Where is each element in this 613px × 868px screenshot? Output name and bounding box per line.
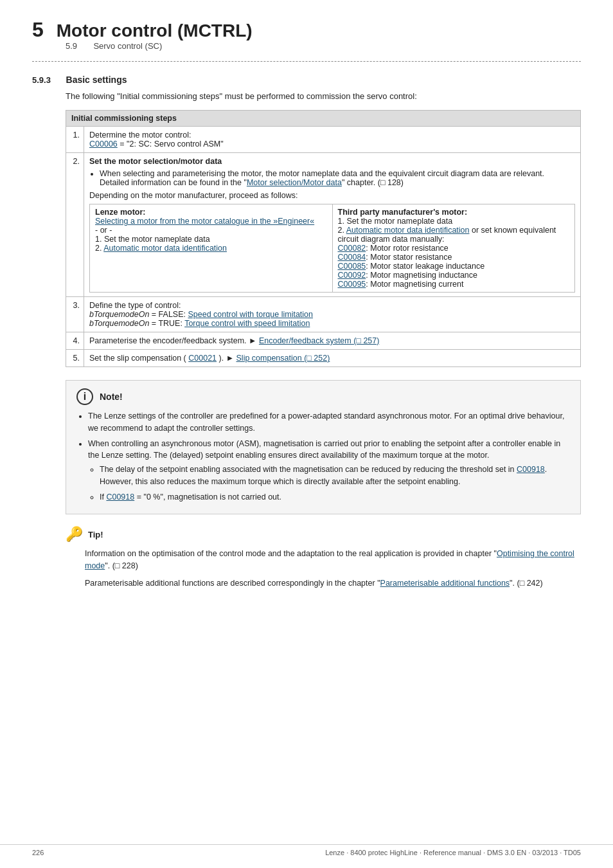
- encoder-feedback-link[interactable]: Encoder/feedback system (□ 257): [259, 336, 380, 345]
- additional-functions-link[interactable]: Parameterisable additional functions: [380, 579, 510, 588]
- commissioning-table: Initial commissioning steps 1. Determine…: [66, 110, 581, 367]
- motor-selection-link[interactable]: Motor selection/Motor data: [247, 178, 342, 187]
- tip-icon: 🔑: [66, 526, 83, 543]
- c00095-link[interactable]: C00095: [338, 280, 366, 289]
- c00085-link[interactable]: C00085: [338, 262, 366, 271]
- row-3-content: Define the type of control: bTorquemodeO…: [84, 297, 581, 332]
- table-row: 2. Set the motor selection/motor data Wh…: [66, 153, 581, 297]
- c00084-link[interactable]: C00084: [338, 253, 366, 262]
- c00006-link[interactable]: C00006: [89, 140, 118, 149]
- section-intro: The following "Initial commissioning ste…: [66, 91, 581, 101]
- table-row: 1. Determine the motor control: C00006 =…: [66, 127, 581, 153]
- torque-control-link[interactable]: Torque control with speed limitation: [184, 319, 310, 328]
- row-number-4: 4.: [66, 332, 84, 350]
- tip-section: 🔑 Tip! Information on the optimisation o…: [66, 526, 581, 589]
- c00092-link[interactable]: C00092: [338, 271, 366, 280]
- table-row: 4. Parameterise the encoder/feedback sys…: [66, 332, 581, 350]
- lenze-motor-cell: Lenze motor: Selecting a motor from the …: [90, 204, 333, 293]
- c00082-link[interactable]: C00082: [338, 244, 366, 253]
- auto-id-link-third[interactable]: Automatic motor data identification: [346, 226, 470, 235]
- chapter-header: 5 Motor control (MCTRL): [32, 19, 581, 40]
- optimising-link[interactable]: Optimising the control mode: [85, 549, 574, 570]
- sub-chapter: 5.9 Servo control (SC): [66, 41, 581, 51]
- engineer-catalogue-link[interactable]: Selecting a motor from the motor catalog…: [95, 217, 314, 226]
- table-row: 5. Set the slip compensation ( C00021 ).…: [66, 350, 581, 367]
- row-1-content: Determine the motor control: C00006 = "2…: [84, 127, 581, 153]
- speed-control-link[interactable]: Speed control with torque limitation: [188, 310, 313, 319]
- section-divider: [32, 61, 581, 62]
- table-row: 3. Define the type of control: bTorquemo…: [66, 297, 581, 332]
- note-header: i Note!: [76, 388, 570, 405]
- note-box: i Note! The Lenze settings of the contro…: [66, 380, 581, 514]
- section-number: 5.9.3: [32, 75, 51, 85]
- auto-id-link-lenze[interactable]: Automatic motor data identification: [103, 244, 227, 253]
- chapter-title: Motor control (MCTRL): [57, 22, 253, 40]
- tip-title: Tip!: [88, 530, 103, 539]
- slip-compensation-link[interactable]: Slip compensation (□ 252): [236, 354, 330, 363]
- row-4-content: Parameterise the encoder/feedback system…: [84, 332, 581, 350]
- row-number-2: 2.: [66, 153, 84, 297]
- tip-body: Information on the optimisation of the c…: [85, 548, 581, 589]
- row-5-content: Set the slip compensation ( C00021 ). ► …: [84, 350, 581, 367]
- inner-motor-table: Lenze motor: Selecting a motor from the …: [89, 204, 575, 293]
- third-party-cell: Third party manufacturer's motor: 1. Set…: [332, 204, 575, 293]
- footer: 226 Lenze · 8400 protec HighLine · Refer…: [0, 844, 613, 856]
- table-header: Initial commissioning steps: [66, 111, 581, 127]
- row-2-content: Set the motor selection/motor data When …: [84, 153, 581, 297]
- c00021-link[interactable]: C00021: [188, 354, 217, 363]
- tip-header: 🔑 Tip!: [66, 526, 581, 543]
- note-body: The Lenze settings of the controller are…: [76, 410, 570, 503]
- c00918-link-2[interactable]: C00918: [106, 493, 134, 502]
- row-number-1: 1.: [66, 127, 84, 153]
- row-number-5: 5.: [66, 350, 84, 367]
- chapter-number: 5: [32, 19, 44, 40]
- row-number-3: 3.: [66, 297, 84, 332]
- c00918-link-1[interactable]: C00918: [517, 465, 545, 474]
- page-number: 226: [32, 849, 44, 856]
- note-title: Note!: [100, 392, 123, 402]
- section-title: Basic settings: [66, 75, 127, 85]
- info-icon: i: [76, 388, 93, 405]
- footer-right: Lenze · 8400 protec HighLine · Reference…: [325, 849, 581, 856]
